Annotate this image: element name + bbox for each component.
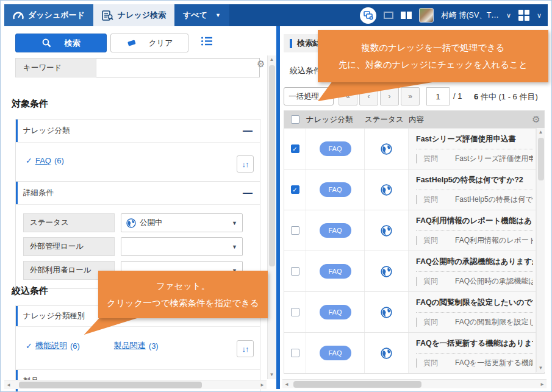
scroll-left-icon[interactable]: ◄ [282,380,291,389]
detail-conditions-header: 詳細条件 — [16,182,260,205]
dotted-divider [416,312,533,313]
scrollbar-thumb[interactable] [269,65,275,266]
scroll-up-icon[interactable]: ▲ [268,55,276,64]
scroll-down-icon[interactable]: ▼ [537,364,545,372]
search-button[interactable]: 検索 [15,34,107,52]
question-text: Fastシリーズ評価使用申込書 [455,154,533,164]
row-checkbox[interactable] [291,349,299,357]
content-cell[interactable]: FAQ公開時の承認機能はありますか? 質問 FAQ公開時の承認機能はありますか? [409,251,536,291]
chevron-down-icon: ▼ [232,220,237,226]
dotted-divider [416,230,533,231]
content-cell[interactable]: FAQ利用情報のレポート機能はありますか? 質問 FAQ利用情報のレポート機能は… [409,210,536,251]
bulk-action-tooltip: 複数のナレッジを一括で処理できる 先に、対象のナレッジにチェックを入れること [318,30,548,82]
tab-dashboard-label: ダッシュボード [28,10,85,21]
knowledge-title[interactable]: Fastシリーズ評価使用申込書 [416,134,533,144]
facet-link-product[interactable]: 製品関連 (3) [114,340,159,351]
scrollbar-thumb[interactable] [293,381,421,388]
facet-tooltip: ファセット。 クリック一つで検索条件を指定できる [98,271,268,318]
left-panel-horizontal-scrollbar[interactable]: ◄ ► [4,380,267,389]
bulk-tooltip-line2: 先に、対象のナレッジにチェックを入れること [339,59,528,71]
scroll-right-icon[interactable]: ► [258,380,267,390]
table-settings-gear-icon[interactable]: ⚙ [528,114,544,125]
sort-toggle-button[interactable]: ↓↑ [237,155,254,173]
question-accent-bar [416,358,417,368]
knowledge-title[interactable]: FAQ利用情報のレポート機能はありますか? [416,216,533,226]
content-cell[interactable]: FAQの閲覧制限を設定したいのですが可能でしょうか 質問 FAQの閲覧制限を設定… [409,292,536,332]
user-name[interactable]: 村崎 博(SV、T… [441,10,498,21]
search-results-panel: 検索結果 絞込条件 一括処理 ∨ « ‹ › » / 1 6 件中 (1 - 6… [280,26,549,389]
question-label: 質問 [423,276,438,287]
two-pane-layout-icon[interactable] [401,12,412,19]
single-pane-layout-icon[interactable] [384,12,393,19]
facet-function-label: 機能説明 [35,340,67,351]
knowledge-title[interactable]: FAQ公開時の承認機能はありますか? [416,257,533,267]
scope-dropdown-all[interactable]: すべて ▼ [174,4,229,26]
status-select[interactable]: 公開中 ▼ [121,213,243,232]
ext-admin-role-select[interactable]: ▼ [121,237,243,256]
document-search-icon [102,10,113,21]
knowledge-class-badge[interactable]: FAQ [320,223,351,238]
scroll-up-icon[interactable]: ▲ [537,128,545,136]
tab-knowledge-search-label: ナレッジ検索 [118,10,166,21]
facet-link-faq[interactable]: ✓ FAQ (6) [26,156,64,165]
status-cell [365,169,409,210]
globe-icon [126,218,136,228]
collapse-minus-icon[interactable]: — [243,188,253,198]
clear-button[interactable]: クリア [110,34,188,52]
row-checkbox[interactable] [291,308,299,316]
top-navbar: ダッシュボード ナレッジ検索 すべて ▼ 村崎 博(SV、T… ∨ ∨ [4,4,548,26]
search-button-label: 検索 [65,38,81,49]
question-accent-bar [416,236,417,245]
scrollbar-thumb[interactable] [19,382,202,388]
page-number-input[interactable] [426,87,450,105]
tab-dashboard[interactable]: ダッシュボード [4,4,93,26]
status-cell [365,333,409,373]
keyword-label: キーワード [15,58,96,77]
knowledge-class-badge[interactable]: FAQ [320,264,351,279]
table-row: FAQ FAQ公開時の承認機能はありますか? 質問 FAQ公開時の承認機能はあり… [284,251,544,291]
scroll-right-icon[interactable]: ► [538,380,547,389]
left-panel-vertical-scrollbar[interactable]: ▲ ▼ [267,55,276,379]
knowledge-class-badge[interactable]: FAQ [320,182,351,197]
knowledge-class-card-header: ナレッジ分類 — [16,119,260,143]
new-window-button[interactable] [360,7,376,24]
app-grid-icon[interactable] [518,10,529,21]
results-count-label: 6 件中 (1 - 6 件目) [474,91,538,102]
knowledge-class-badge[interactable]: FAQ [320,141,351,156]
keyword-input[interactable] [96,58,260,77]
row-checkbox[interactable] [291,226,299,235]
app-window: ダッシュボード ナレッジ検索 すべて ▼ 村崎 博(SV、T… ∨ ∨ [0,0,552,392]
scrollbar-thumb[interactable] [538,138,544,180]
content-cell[interactable]: Fastシリーズ評価使用申込書 質問 Fastシリーズ評価使用申込書 [409,129,536,169]
row-checkbox[interactable]: ✓ [291,144,299,153]
right-panel-horizontal-scrollbar[interactable]: ◄ ► [282,379,547,388]
knowledge-class-badge[interactable]: FAQ [320,305,351,319]
app-menu-chevron-icon[interactable]: ∨ [537,12,542,20]
user-avatar[interactable] [419,8,434,23]
last-page-button[interactable]: » [401,87,420,105]
knowledge-title[interactable]: FastHelp5の特長は何ですか?2 [416,175,533,185]
row-checkbox[interactable] [291,267,299,276]
content-cell[interactable]: FastHelp5の特長は何ですか?2 質問 FastHelp5の特長は何ですか… [409,169,536,210]
row-checkbox[interactable]: ✓ [291,185,299,194]
panel-settings-gear-icon[interactable]: ⚙ [257,59,265,69]
table-vertical-scrollbar[interactable]: ▲ ▼ [536,128,545,372]
clear-button-label: クリア [149,38,173,49]
sort-toggle-button[interactable]: ↓↑ [237,340,254,357]
question-accent-bar [416,195,417,204]
search-icon [42,38,51,48]
user-menu-chevron-icon[interactable]: ∨ [506,12,511,20]
table-row: FAQ FAQ利用情報のレポート機能はありますか? 質問 FAQ利用情報のレポー… [284,210,544,251]
knowledge-title[interactable]: FAQを一括更新する機能はありますか? [416,338,533,349]
tab-knowledge-search[interactable]: ナレッジ検索 [93,4,174,26]
content-cell[interactable]: FAQを一括更新する機能はありますか? 質問 FAQを一括更新する機能はあります… [409,333,536,373]
facet-link-function[interactable]: ✓ 機能説明 (6) [26,340,80,351]
scroll-down-icon[interactable]: ▼ [268,371,276,379]
select-all-checkbox[interactable] [291,115,299,124]
knowledge-class-badge[interactable]: FAQ [320,346,351,360]
scroll-left-icon[interactable]: ◄ [4,380,13,390]
saved-conditions-list-icon[interactable] [201,36,214,49]
collapse-minus-icon[interactable]: — [243,126,253,136]
facet-tooltip-line1: ファセット。 [156,280,210,292]
knowledge-title[interactable]: FAQの閲覧制限を設定したいのですが可能でしょうか [416,298,533,308]
